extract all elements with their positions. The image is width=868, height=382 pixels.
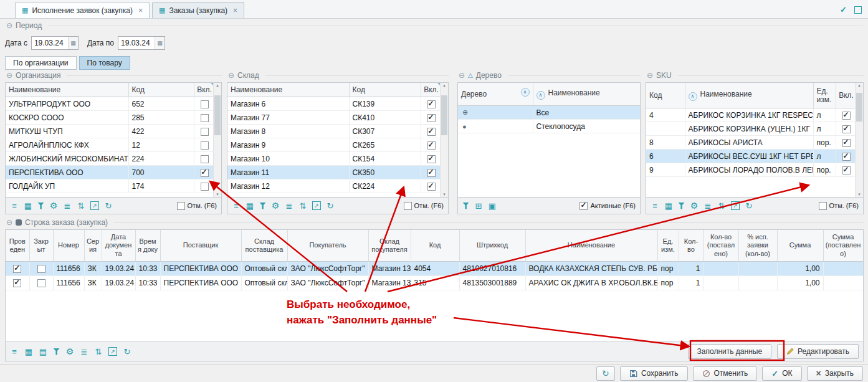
cancel-button[interactable]: Отменить bbox=[693, 366, 758, 381]
column-header[interactable]: Наименование bbox=[227, 83, 349, 97]
vkl-checkbox[interactable] bbox=[427, 183, 436, 191]
fullscreen-icon[interactable] bbox=[854, 6, 862, 14]
settings-icon[interactable]: ⚙ bbox=[65, 347, 74, 356]
closed-checkbox[interactable] bbox=[37, 279, 45, 287]
list-view-icon[interactable]: ≡ bbox=[651, 202, 659, 210]
add-icon[interactable]: ⊞ bbox=[474, 202, 483, 210]
numbered-list-icon[interactable]: ≣ bbox=[80, 348, 88, 356]
column-header[interactable]: Номер bbox=[53, 230, 84, 262]
filter-icon[interactable] bbox=[53, 348, 60, 355]
sort-icon[interactable]: ⇅ bbox=[94, 348, 103, 356]
collapse-icon[interactable]: ⊖ bbox=[6, 72, 12, 79]
table-row[interactable]: 4АБРИКОС КОРЗИНКА 1КГ RESPECTл bbox=[646, 108, 855, 122]
column-header[interactable]: Код bbox=[646, 83, 685, 108]
refresh-icon[interactable]: ↻ bbox=[123, 348, 131, 356]
date-to-input[interactable]: ▦ bbox=[118, 36, 165, 50]
collapse-icon[interactable]: ⊖ bbox=[647, 72, 653, 79]
vkl-checkbox[interactable] bbox=[201, 169, 209, 177]
otm-checkbox[interactable] bbox=[177, 202, 185, 210]
column-header[interactable]: Дерево bbox=[458, 83, 533, 106]
column-header[interactable]: Вкл. bbox=[194, 83, 213, 97]
refresh-icon[interactable]: ↻ bbox=[326, 202, 335, 210]
vkl-checkbox[interactable] bbox=[842, 125, 851, 133]
column-header[interactable]: Код bbox=[349, 83, 421, 97]
export-icon[interactable]: ↗ bbox=[312, 201, 321, 210]
settings-icon[interactable]: ⚙ bbox=[271, 201, 280, 210]
vkl-checkbox[interactable] bbox=[427, 128, 436, 136]
column-header[interactable]: Время доку bbox=[135, 230, 160, 262]
column-header[interactable]: Ед. изм. bbox=[813, 83, 836, 108]
vkl-checkbox[interactable] bbox=[201, 114, 209, 122]
column-header[interactable]: Наименование bbox=[6, 83, 128, 97]
vertical-scrollbar[interactable] bbox=[855, 83, 863, 197]
table-row[interactable]: Магазин 77СК410 bbox=[227, 111, 440, 125]
date-from-input[interactable]: ▦ bbox=[31, 36, 79, 50]
column-header[interactable]: Склад поставщика bbox=[241, 230, 287, 262]
sort-icon[interactable]: ⇅ bbox=[717, 202, 726, 210]
column-header[interactable]: Кол-во (поставлено) bbox=[703, 230, 738, 262]
calendar-icon[interactable]: ▦ bbox=[68, 37, 78, 49]
numbered-list-icon[interactable]: ≣ bbox=[63, 202, 72, 210]
filter-icon[interactable] bbox=[259, 203, 266, 209]
column-header[interactable]: Покупатель bbox=[287, 230, 368, 262]
column-header[interactable]: Наименование bbox=[533, 83, 640, 106]
otm-checkbox[interactable] bbox=[404, 202, 412, 210]
list-view-icon[interactable]: ≡ bbox=[232, 202, 241, 210]
table-row[interactable]: 6АБРИКОСЫ ВЕС.СУШ 1КГ НЕТ БРЕНДл bbox=[646, 150, 855, 163]
column-header[interactable]: Закрыт bbox=[29, 230, 53, 262]
ok-button[interactable]: ✓ ОК bbox=[762, 366, 801, 381]
numbered-list-icon[interactable]: ≣ bbox=[285, 202, 293, 210]
vkl-checkbox[interactable] bbox=[201, 183, 209, 191]
validate-icon[interactable]: ✓ bbox=[840, 6, 847, 14]
otm-checkbox[interactable] bbox=[819, 202, 827, 210]
table-row[interactable]: Магазин 6СК139 bbox=[227, 97, 440, 111]
close-icon[interactable]: × bbox=[233, 6, 237, 15]
vkl-checkbox[interactable] bbox=[427, 114, 436, 122]
vkl-checkbox[interactable] bbox=[427, 155, 436, 163]
vkl-checkbox[interactable] bbox=[201, 128, 209, 136]
sort-icon[interactable]: ⇅ bbox=[298, 202, 307, 210]
collapse-icon[interactable]: ⊖ bbox=[6, 22, 12, 29]
column-header[interactable]: % исп. заявки (кол-во) bbox=[738, 230, 777, 262]
sort-icon[interactable]: ⇅ bbox=[77, 202, 85, 210]
edit-button[interactable]: Редактировать bbox=[777, 344, 859, 359]
refresh-icon[interactable]: ↻ bbox=[745, 202, 753, 210]
otm-checkbox-group[interactable]: Отм. (F6) bbox=[177, 202, 217, 210]
vkl-checkbox[interactable] bbox=[427, 141, 436, 150]
vkl-checkbox[interactable] bbox=[842, 112, 851, 120]
table-row[interactable]: ●Стеклопосуда bbox=[458, 120, 640, 133]
close-icon[interactable]: × bbox=[138, 6, 143, 15]
table-row[interactable]: ГОЛДАЙК УП174 bbox=[6, 179, 213, 193]
active-checkbox-group[interactable]: Активные (F6) bbox=[579, 202, 636, 210]
vkl-checkbox[interactable] bbox=[201, 155, 209, 163]
column-header[interactable]: Ед. изм. bbox=[657, 230, 679, 262]
table-row[interactable]: 111656ЗК19.03.2410:33ПЕРСПЕКТИВА ООООпто… bbox=[6, 262, 863, 276]
table-row[interactable]: 9АБРИКОСЫ ЛОРАДО ПОЛОВ.В ЛЕГ.(пор. bbox=[646, 163, 855, 177]
posted-checkbox[interactable] bbox=[13, 279, 21, 287]
active-checkbox[interactable] bbox=[579, 202, 588, 210]
vkl-checkbox[interactable] bbox=[842, 166, 851, 174]
column-header[interactable]: Вкл. bbox=[836, 83, 855, 108]
column-header[interactable]: Наименование bbox=[525, 230, 657, 262]
vkl-checkbox[interactable] bbox=[427, 100, 436, 108]
column-header[interactable]: Кол-во bbox=[679, 230, 703, 262]
vertical-scrollbar[interactable] bbox=[213, 83, 221, 197]
collapse-icon[interactable]: ⊖ bbox=[6, 219, 12, 226]
table-row[interactable]: КОСКРО СООО285 bbox=[6, 111, 213, 125]
column-header[interactable]: Серия bbox=[84, 230, 102, 262]
layers-icon[interactable]: ▣ bbox=[488, 202, 497, 210]
column-header[interactable]: Штрихкод bbox=[459, 230, 525, 262]
filter-icon[interactable] bbox=[462, 203, 469, 209]
tab-by-organization[interactable]: По организации bbox=[5, 56, 77, 70]
column-header[interactable]: Код bbox=[128, 83, 194, 97]
otm-checkbox-group[interactable]: Отм. (F6) bbox=[404, 202, 444, 210]
table-row[interactable]: Магазин 10СК154 bbox=[227, 152, 440, 166]
table-row[interactable]: ПЕРСПЕКТИВА ООО700 bbox=[6, 166, 213, 179]
calendar-icon[interactable]: ▦ bbox=[155, 37, 165, 49]
column-header[interactable]: Сумма (поставлено) bbox=[823, 230, 863, 262]
column-header[interactable]: Дата документа bbox=[102, 230, 135, 262]
tab-requests-execution[interactable]: ▦ Исполнение заявок (закупка) × bbox=[15, 2, 150, 18]
table-row[interactable]: 111656ЗК19.03.2410:33ПЕРСПЕКТИВА ООООпто… bbox=[6, 276, 863, 290]
close-button[interactable]: × Закрыть bbox=[807, 366, 863, 381]
column-header[interactable]: Сумма bbox=[777, 230, 823, 262]
